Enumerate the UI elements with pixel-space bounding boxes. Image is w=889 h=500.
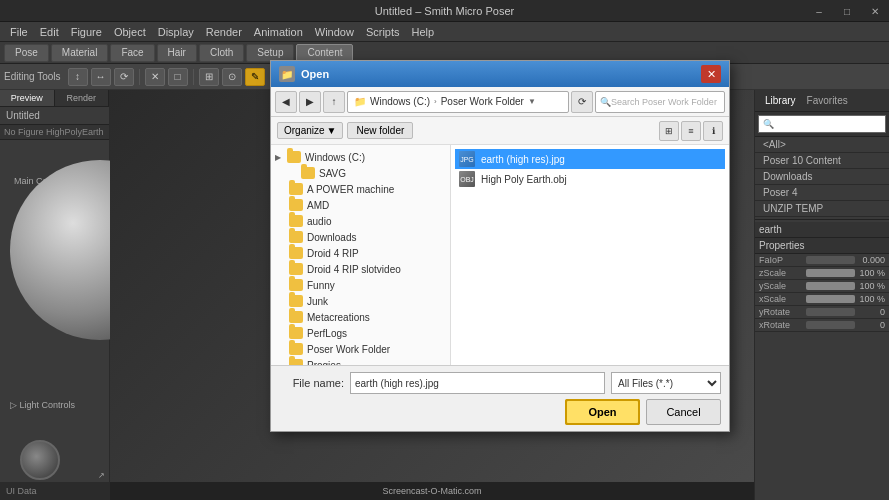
toolbar-icon-direct[interactable]: □ [168, 68, 188, 86]
prop-zscale-slider[interactable] [806, 269, 855, 277]
tree-item-windows-c[interactable]: ▶ Windows (C:) [271, 149, 450, 165]
new-folder-button[interactable]: New folder [347, 122, 413, 139]
screencast-label: Screencast-O-Matic.com [382, 486, 481, 496]
prop-yrotate-slider[interactable] [806, 308, 855, 316]
maximize-button[interactable]: □ [833, 0, 861, 22]
library-item-unzip[interactable]: UNZIP TEMP [755, 201, 889, 217]
dialog-search-box[interactable]: 🔍 Search Poser Work Folder [595, 91, 725, 113]
library-item-downloads[interactable]: Downloads [755, 169, 889, 185]
menu-display[interactable]: Display [152, 22, 200, 42]
tab-material[interactable]: Material [51, 44, 109, 62]
panel-tab-render[interactable]: Render [55, 90, 110, 106]
tree-item-apower[interactable]: A POWER machine [271, 181, 450, 197]
organize-label: Organize [284, 125, 325, 136]
prop-xscale-slider[interactable] [806, 295, 855, 303]
menu-animation[interactable]: Animation [248, 22, 309, 42]
tree-item-droid4slot[interactable]: Droid 4 RIP slotvideo [271, 261, 450, 277]
menu-object[interactable]: Object [108, 22, 152, 42]
menu-help[interactable]: Help [406, 22, 441, 42]
file-item-earth-jpg[interactable]: JPG earth (high res).jpg [455, 149, 725, 169]
left-panel-tabs: Preview Render [0, 90, 109, 107]
folder-icon-savg [301, 167, 315, 179]
light-dial[interactable] [20, 440, 60, 480]
tree-item-funny[interactable]: Funny [271, 277, 450, 293]
address-breadcrumb-1: Windows (C:) [370, 96, 430, 107]
tree-item-perflogs[interactable]: PerfLogs [271, 325, 450, 341]
view-icon-btn-1[interactable]: ⊞ [659, 121, 679, 141]
menu-edit[interactable]: Edit [34, 22, 65, 42]
tab-face[interactable]: Face [110, 44, 154, 62]
toolbar-icon-active[interactable]: ✎ [245, 68, 265, 86]
tab-setup[interactable]: Setup [246, 44, 294, 62]
tree-item-progies[interactable]: Progies [271, 357, 450, 365]
cancel-button[interactable]: Cancel [646, 399, 721, 425]
dialog-up-button[interactable]: ↑ [323, 91, 345, 113]
tree-label-downloads: Downloads [307, 232, 356, 243]
toolbar-icon-morph[interactable]: ✕ [145, 68, 165, 86]
dialog-folder-icon: 📁 [279, 66, 295, 82]
menu-figure[interactable]: Figure [65, 22, 108, 42]
dialog-close-button[interactable]: ✕ [701, 65, 721, 83]
library-item-poser4[interactable]: Poser 4 [755, 185, 889, 201]
dialog-back-button[interactable]: ◀ [275, 91, 297, 113]
view-icon-btn-3[interactable]: ℹ [703, 121, 723, 141]
folder-icon-progies [289, 359, 303, 365]
dialog-refresh-button[interactable]: ⟳ [571, 91, 593, 113]
filename-input[interactable] [350, 372, 605, 394]
library-tab[interactable]: Library [761, 95, 800, 106]
tree-item-droid4rip[interactable]: Droid 4 RIP [271, 245, 450, 261]
file-name-highpoly-obj: High Poly Earth.obj [481, 174, 567, 185]
tree-item-downloads[interactable]: Downloads [271, 229, 450, 245]
menu-file[interactable]: File [4, 22, 34, 42]
panel-item-untitled[interactable]: Untitled [0, 107, 109, 124]
tab-content[interactable]: Content [296, 44, 353, 62]
menu-render[interactable]: Render [200, 22, 248, 42]
tree-label-savg: SAVG [319, 168, 346, 179]
tree-label-junk: Junk [307, 296, 328, 307]
prop-yscale: yScale 100 % [755, 280, 889, 293]
folder-icon-apower [289, 183, 303, 195]
close-button[interactable]: ✕ [861, 0, 889, 22]
tree-item-amd[interactable]: AMD [271, 197, 450, 213]
library-item-all[interactable]: <All> [755, 137, 889, 153]
file-item-highpoly-obj[interactable]: OBJ High Poly Earth.obj [455, 169, 725, 189]
open-button[interactable]: Open [565, 399, 640, 425]
organize-button[interactable]: Organize ▼ [277, 122, 343, 139]
panel-tab-preview[interactable]: Preview [0, 90, 55, 106]
tree-item-poserfolder[interactable]: Poser Work Folder [271, 341, 450, 357]
toolbar-icon-joint[interactable]: ⊙ [222, 68, 242, 86]
view-icon-btn-2[interactable]: ≡ [681, 121, 701, 141]
folder-icon-windows-c [287, 151, 301, 163]
address-dropdown[interactable]: ▼ [528, 97, 536, 106]
library-item-poser10[interactable]: Poser 10 Content [755, 153, 889, 169]
toolbar-icon-group[interactable]: ⊞ [199, 68, 219, 86]
prop-falop-slider[interactable] [806, 256, 855, 264]
toolbar-icon-scale[interactable]: ⟳ [114, 68, 134, 86]
open-label: Open [588, 406, 616, 418]
minimize-button[interactable]: – [805, 0, 833, 22]
tab-cloth[interactable]: Cloth [199, 44, 244, 62]
menu-window[interactable]: Window [309, 22, 360, 42]
prop-zscale-value: 100 % [857, 268, 885, 278]
library-search-box[interactable]: 🔍 [758, 115, 886, 133]
address-bar[interactable]: 📁 Windows (C:) › Poser Work Folder ▼ [347, 91, 569, 113]
tree-item-savg[interactable]: SAVG [271, 165, 450, 181]
tab-hair[interactable]: Hair [157, 44, 197, 62]
folder-icon-droid4slot [289, 263, 303, 275]
filetype-select[interactable]: All Files (*.*) [611, 372, 721, 394]
search-icon: 🔍 [600, 97, 611, 107]
toolbar-icon-rotate[interactable]: ↔ [91, 68, 111, 86]
folder-icon-metacreations [289, 311, 303, 323]
toolbar-separator-2 [193, 69, 194, 85]
tree-item-junk[interactable]: Junk [271, 293, 450, 309]
prop-yscale-slider[interactable] [806, 282, 855, 290]
tree-item-metacreations[interactable]: Metacreations [271, 309, 450, 325]
favorites-tab[interactable]: Favorites [803, 95, 852, 106]
right-panel: Library Favorites 🔍 <All> Poser 10 Conte… [754, 90, 889, 500]
tab-pose[interactable]: Pose [4, 44, 49, 62]
toolbar-icon-translate[interactable]: ↕ [68, 68, 88, 86]
prop-xrotate-slider[interactable] [806, 321, 855, 329]
menu-scripts[interactable]: Scripts [360, 22, 406, 42]
dialog-forward-button[interactable]: ▶ [299, 91, 321, 113]
tree-item-audio[interactable]: audio [271, 213, 450, 229]
